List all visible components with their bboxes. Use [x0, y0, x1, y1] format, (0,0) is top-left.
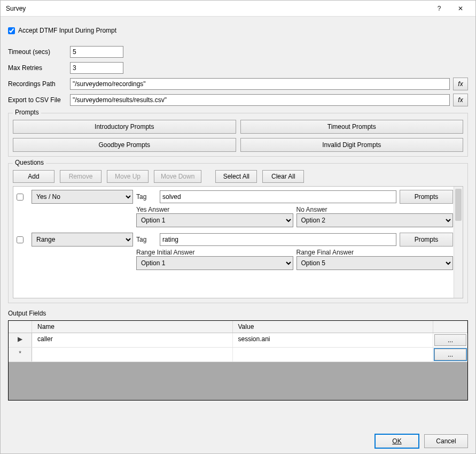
- output-value-cell[interactable]: session.ani: [233, 333, 434, 347]
- help-button[interactable]: ?: [428, 1, 450, 16]
- range-final-label: Range Final Answer: [296, 249, 454, 256]
- output-fields-label: Output Fields: [8, 310, 468, 317]
- dialog-footer: OK Cancel: [1, 429, 475, 453]
- prompts-group: Prompts Introductory Prompts Timeout Pro…: [8, 113, 468, 157]
- prompts-legend: Prompts: [13, 109, 41, 116]
- question-row: Range Tag Prompts: [17, 233, 453, 247]
- questions-scrollbar[interactable]: [454, 187, 463, 298]
- invalid-digit-prompts-button[interactable]: Invalid Digit Prompts: [240, 138, 464, 152]
- output-row[interactable]: ▶ caller session.ani ...: [9, 333, 467, 348]
- close-icon: ✕: [458, 5, 463, 12]
- question-prompts-button[interactable]: Prompts: [400, 190, 453, 204]
- help-icon: ?: [438, 5, 441, 12]
- output-value-cell[interactable]: [233, 348, 434, 361]
- yes-answer-select[interactable]: Option 1: [136, 213, 293, 227]
- questions-list: Yes / No Tag Prompts Yes Answer No Answe…: [13, 186, 463, 298]
- add-button[interactable]: Add: [13, 170, 54, 183]
- row-indicator-icon: ▶: [9, 333, 32, 347]
- output-new-row[interactable]: * ...: [9, 348, 467, 362]
- ok-button[interactable]: OK: [375, 434, 419, 448]
- retries-label: Max Retries: [8, 64, 67, 72]
- scrollbar-thumb[interactable]: [455, 189, 462, 221]
- output-browse-button[interactable]: ...: [434, 334, 466, 346]
- csv-label: Export to CSV File: [8, 96, 67, 104]
- tag-input[interactable]: [160, 190, 396, 203]
- csv-fx-button[interactable]: fx: [453, 94, 468, 106]
- question-checkbox[interactable]: [17, 236, 24, 243]
- remove-button[interactable]: Remove: [60, 170, 102, 183]
- range-final-select[interactable]: Option 5: [296, 256, 454, 270]
- timeout-input[interactable]: [70, 46, 123, 58]
- timeout-prompts-button[interactable]: Timeout Prompts: [240, 120, 464, 134]
- titlebar: Survey ? ✕: [1, 1, 475, 17]
- move-down-button[interactable]: Move Down: [154, 170, 201, 183]
- output-name-cell[interactable]: caller: [32, 333, 233, 347]
- no-answer-select[interactable]: Option 2: [296, 213, 454, 227]
- new-row-icon: *: [9, 348, 32, 361]
- recordings-path-input[interactable]: [70, 78, 450, 90]
- questions-group: Questions Add Remove Move Up Move Down S…: [8, 163, 468, 303]
- csv-input[interactable]: [70, 94, 450, 106]
- grid-empty-area: [9, 362, 467, 401]
- fx-icon: fx: [458, 80, 463, 88]
- select-all-button[interactable]: Select All: [215, 170, 257, 183]
- output-browse-button[interactable]: ...: [434, 349, 466, 360]
- questions-legend: Questions: [13, 159, 46, 166]
- close-button[interactable]: ✕: [450, 1, 471, 16]
- action-column-header: [433, 321, 467, 333]
- range-initial-label: Range Initial Answer: [136, 249, 293, 256]
- fx-icon: fx: [458, 96, 463, 104]
- introductory-prompts-button[interactable]: Introductory Prompts: [13, 120, 236, 134]
- question-type-select[interactable]: Range: [32, 233, 133, 247]
- row-header-col: [9, 321, 32, 333]
- question-type-select[interactable]: Yes / No: [32, 190, 133, 204]
- output-name-cell[interactable]: [32, 348, 233, 361]
- dialog-title: Survey: [6, 5, 428, 12]
- goodbye-prompts-button[interactable]: Goodbye Prompts: [13, 138, 236, 152]
- accept-dtmf-label: Accept DTMF Input During Prompt: [18, 27, 116, 34]
- recordings-path-label: Recordings Path: [8, 80, 67, 88]
- survey-dialog: Survey ? ✕ Accept DTMF Input During Prom…: [0, 0, 476, 454]
- recordings-path-fx-button[interactable]: fx: [453, 78, 468, 90]
- clear-all-button[interactable]: Clear All: [262, 170, 304, 183]
- output-fields-grid: Name Value ▶ caller session.ani ... * ..…: [8, 320, 468, 401]
- cancel-button[interactable]: Cancel: [424, 434, 468, 448]
- question-prompts-button[interactable]: Prompts: [400, 233, 453, 247]
- value-column-header[interactable]: Value: [233, 321, 434, 333]
- accept-dtmf-checkbox[interactable]: [8, 27, 15, 34]
- tag-input[interactable]: [160, 233, 396, 246]
- question-checkbox[interactable]: [17, 194, 24, 201]
- tag-label: Tag: [136, 236, 157, 243]
- retries-input[interactable]: [70, 62, 123, 74]
- yes-answer-label: Yes Answer: [136, 206, 293, 213]
- move-up-button[interactable]: Move Up: [107, 170, 149, 183]
- range-initial-select[interactable]: Option 1: [136, 256, 293, 270]
- name-column-header[interactable]: Name: [32, 321, 233, 333]
- tag-label: Tag: [136, 193, 157, 201]
- question-row: Yes / No Tag Prompts: [17, 190, 453, 204]
- no-answer-label: No Answer: [296, 206, 454, 213]
- timeout-label: Timeout (secs): [8, 48, 67, 56]
